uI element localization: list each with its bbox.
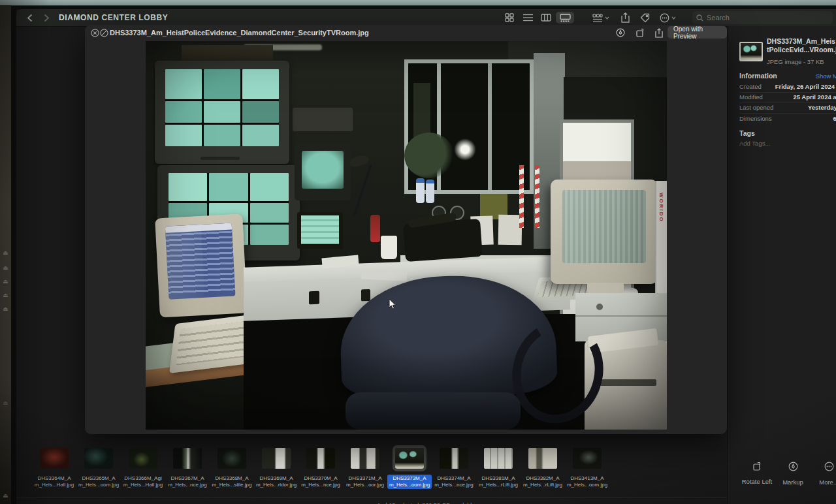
eject-icon[interactable]: ⏏ [3,493,8,499]
list-view-button[interactable] [521,12,534,24]
photo-lamp-flare [454,138,476,161]
thumbnail-image [484,448,513,469]
photo-mug [381,236,397,259]
photo-striped-pole [535,165,539,228]
window-title: DIAMOND CENTER LOBBY [59,13,168,22]
share-icon[interactable] [654,27,664,38]
group-by-button[interactable] [591,12,611,24]
info-row: CreatedFriday, 26 April 2024 at 1 [739,82,836,93]
thumbnail-image [217,448,246,469]
finder-toolbar: DIAMOND CENTER LOBBY [16,9,836,27]
back-button[interactable] [23,12,36,24]
file-meta: JPEG image - 37 KB [767,58,824,65]
photo-vcr-unit [293,108,353,131]
filmstrip-item[interactable]: DHS3381M_Am_Heis...rLift.jpg [476,443,521,497]
photo-water-bottles [416,178,425,203]
more-button[interactable]: More... [809,462,836,487]
mouse-cursor [389,298,396,313]
photo-power-socket [361,289,370,301]
search-icon [696,14,703,22]
thumbnail-image [262,448,291,469]
filmstrip-item[interactable]: DHS3413M_Am_Heis...oom.jpg [565,443,609,497]
filmstrip-item[interactable]: DHS3364M_Am_Heis...Hall.jpg [32,443,76,497]
filmstrip-item[interactable]: DHS3370M_Am_Heis...nce.jpg [298,443,343,497]
photo-fire-extinguisher [370,215,380,242]
photo-pinned-paper [498,215,522,245]
photo-striped-pole [519,165,524,228]
eject-icon[interactable]: ⏏ [3,279,8,285]
eject-icon[interactable]: ⏏ [3,250,8,256]
thumbnail-image [440,448,468,469]
photo-security-tv-room: WORIDO [146,41,667,430]
tags-header: Tags [739,129,755,137]
markup-icon[interactable] [615,27,626,38]
photo-left-crt-monitor [155,214,248,318]
filmstrip-item[interactable]: DHS3365M_Am_Heis...oom.jpg [76,443,121,497]
photo-desk-lamp-arm [353,165,372,216]
thumbnail-image [528,448,557,469]
tag-icon[interactable] [638,12,651,24]
photo-small-screen [297,212,343,249]
filmstrip-item[interactable]: DHS3368M_Am_Heis...stile.jpg [210,443,254,497]
thumbnail-image [395,448,424,469]
thumbnail-image [573,448,602,469]
filmstrip-item[interactable]: DHS3369M_Am_Heis...ridor.jpg [254,443,298,497]
rotate-left-button[interactable]: Rotate Left [737,462,777,486]
search-placeholder: Search [707,14,730,22]
filmstrip: DHS3364M_Am_Heis...Hall.jpg DHS3365M_Am_… [16,443,744,497]
markup-icon [773,462,812,471]
eject-icon[interactable]: ⏏ [3,306,8,312]
photo-water-bottles [426,180,434,203]
filmstrip-item[interactable]: DHS3371M_Am_Heis...oor.jpg [343,443,387,497]
more-icon [809,462,836,471]
photo-drawer-knob [596,304,603,310]
quicklook-filename: DHS3373M_Am_HeistPoliceEvidence_DiamondC… [110,29,369,37]
zoom-icon[interactable] [99,27,109,38]
rotate-icon[interactable] [635,27,645,38]
thumbnail-image [129,448,157,469]
gallery-view-button[interactable] [556,12,574,24]
filmstrip-item[interactable]: DHS3366M_Agim_Heis...Hall.jpg [121,443,165,497]
more-actions-button[interactable] [658,12,677,24]
photo-office-chair-seat [346,392,521,430]
open-with-preview-button[interactable]: Open with Preview [667,26,727,39]
photo-desk-lamp-head [349,154,370,168]
thumbnail-image [84,448,113,469]
show-more-link[interactable]: Show M [816,72,836,80]
photo-flowers [404,133,454,178]
status-bar: 1 of 13 selected, 860.56 GB available [16,497,836,504]
file-thumbnail [739,42,763,61]
photo-shelf-boxes [182,45,273,63]
background-sidebar-sliver: ⏏ ⏏ ⏏ ⏏ ⏏ ⏏ ⏏ [0,5,11,504]
share-icon[interactable] [619,12,632,24]
information-header: Information [739,72,777,80]
filmstrip-item[interactable]: DHS3367M_Am_Heis...nce.jpg [165,443,210,497]
eject-icon[interactable]: ⏏ [3,292,8,298]
photo-surveillance-monitor-top [155,61,289,164]
filmstrip-item[interactable]: DHS3374M_Am_Heis...nce.jpg [432,443,476,497]
quicklook-header: DHS3373M_Am_HeistPoliceEvidence_DiamondC… [85,25,727,41]
photo-power-socket [309,291,319,305]
thumbnail-image [351,448,379,469]
forward-button[interactable] [40,12,53,24]
add-tags-field[interactable]: Add Tags... [739,140,770,147]
column-view-button[interactable] [539,12,553,24]
eject-icon[interactable]: ⏏ [3,400,8,406]
info-row: Modified25 April 2024 at 14 [739,92,836,103]
thumbnail-image [306,448,335,469]
rotate-left-icon [737,462,777,471]
photo-small-crt [295,144,351,200]
preview-sidebar: DHS3373M_Am_HeistPoliceEvid...VRoom.jp J… [727,26,836,504]
markup-button[interactable]: Markup [773,462,812,487]
thumbnail-image [173,448,202,469]
icon-view-button[interactable] [503,12,516,24]
search-input[interactable]: Search [692,11,833,24]
file-name: DHS3373M_Am_HeistPoliceEvid...VRoom.jp [767,37,836,54]
filmstrip-item[interactable]: DHS3382M_Am_Heis...rLift.jpg [521,443,565,497]
filmstrip-item-selected[interactable]: DHS3373M_Am_Heis...oom.jpg [387,443,432,497]
eject-icon[interactable]: ⏏ [3,265,8,271]
screen: ⏏ ⏏ ⏏ ⏏ ⏏ ⏏ ⏏ DIAMOND CENTER LOBBY [0,0,836,504]
info-row: Dimensions640× [739,114,836,124]
screen-top-bezel [0,0,836,6]
photo-binder-label: WORIDO [658,193,664,223]
